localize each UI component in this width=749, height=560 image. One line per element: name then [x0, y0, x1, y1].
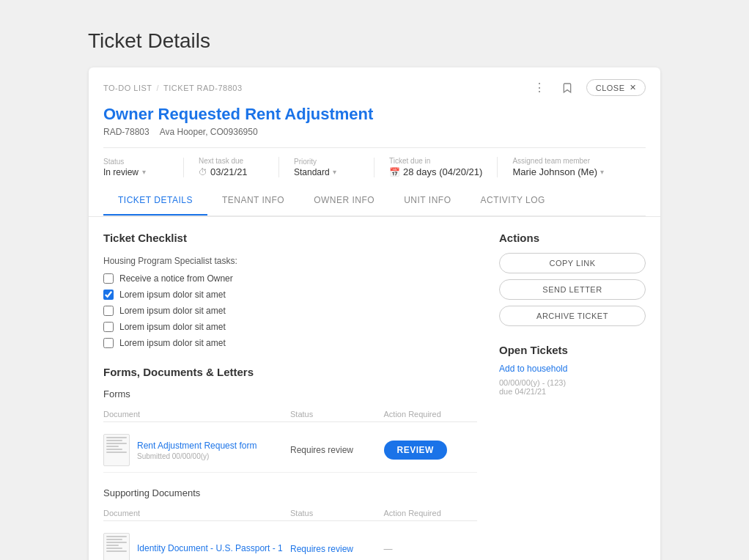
form-status: Requires review — [290, 445, 384, 455]
bookmark-button[interactable] — [558, 79, 576, 97]
more-icon: ⋮ — [534, 81, 545, 95]
breadcrumb-row: TO-DO LIST / TICKET RAD-78803 ⋮ CLOSE ✕ — [103, 78, 646, 97]
checklist-label-2: Lorem ipsum dolor sit amet — [119, 290, 226, 300]
priority-arrow-icon: ▾ — [333, 168, 336, 176]
supporting-docs-section: Supporting Documents Document Status Act… — [103, 487, 477, 560]
supporting-doc-action: — — [384, 544, 478, 554]
ticket-card: TO-DO LIST / TICKET RAD-78803 ⋮ CLOSE ✕ — [89, 67, 660, 560]
card-body: Ticket Checklist Housing Program Special… — [89, 217, 660, 560]
breadcrumb-current: TICKET RAD-78803 — [163, 84, 242, 92]
ticket-id: RAD-78803 — [103, 127, 150, 137]
clock-icon: ⏱ — [199, 167, 207, 177]
main-content: Ticket Checklist Housing Program Special… — [103, 232, 477, 560]
tab-owner-info[interactable]: OWNER INFO — [299, 186, 389, 215]
breadcrumb-separator: / — [157, 84, 160, 92]
tab-activity-log[interactable]: ACTIVITY LOG — [465, 186, 559, 215]
action-buttons: COPY LINK SEND LETTER ARCHIVE TICKET — [499, 253, 646, 326]
supporting-docs-title: Supporting Documents — [103, 487, 477, 498]
forms-subsection-title: Forms — [103, 388, 477, 399]
ticket-title: Owner Requested Rent Adjustment — [103, 105, 646, 124]
actions-section: Actions COPY LINK SEND LETTER ARCHIVE TI… — [499, 232, 646, 326]
more-options-button[interactable]: ⋮ — [531, 78, 548, 97]
close-button[interactable]: CLOSE ✕ — [586, 79, 646, 96]
checklist-checkbox-2[interactable] — [103, 290, 114, 300]
tab-unit-info[interactable]: UNIT INFO — [389, 186, 465, 215]
forms-section: Forms, Documents & Letters Forms Documen… — [103, 366, 477, 560]
archive-ticket-button[interactable]: ARCHIVE TICKET — [499, 306, 646, 326]
ticket-fields: Status In review ▾ Next task due ⏱ 03/21… — [103, 147, 646, 186]
copy-link-button[interactable]: COPY LINK — [499, 253, 646, 273]
form-doc-name[interactable]: Rent Adjustment Request form — [137, 441, 257, 451]
supporting-docs-table-header: Document Status Action required — [103, 506, 477, 521]
checklist-checkbox-4[interactable] — [103, 322, 114, 332]
status-label: Status — [103, 158, 169, 166]
supporting-col-document: Document — [103, 509, 290, 517]
checklist-items: Receive a notice from Owner Lorem ipsum … — [103, 273, 477, 348]
checklist-label-4: Lorem ipsum dolor sit amet — [119, 322, 226, 332]
assignee-value: Marie Johnson (Me) — [512, 166, 597, 177]
forms-col-document: Document — [103, 410, 290, 419]
tab-ticket-details[interactable]: TICKET DETAILS — [103, 186, 207, 215]
forms-section-title: Forms, Documents & Letters — [103, 366, 477, 378]
supporting-col-action: Action required — [384, 509, 478, 517]
ticket-mini-line1: 00/00/00(y) - (123) — [499, 378, 646, 387]
assignee-field: Assigned team member Marie Johnson (Me) … — [512, 157, 619, 177]
assignee-arrow-icon: ▾ — [600, 168, 604, 176]
list-item: Lorem ipsum dolor sit amet — [103, 306, 477, 316]
card-header: TO-DO LIST / TICKET RAD-78803 ⋮ CLOSE ✕ — [89, 67, 660, 217]
next-task-label: Next task due — [199, 157, 264, 165]
supporting-doc-name[interactable]: Identity Document - U.S. Passport - 1 — [137, 543, 283, 553]
close-label: CLOSE — [596, 84, 625, 92]
forms-col-status: Status — [290, 410, 384, 419]
supporting-doc-status[interactable]: Requires review — [290, 544, 384, 554]
checklist-section: Ticket Checklist Housing Program Special… — [103, 232, 477, 348]
open-tickets-title: Open Tickets — [499, 344, 646, 356]
list-item: Lorem ipsum dolor sit amet — [103, 290, 477, 300]
checklist-label-5: Lorem ipsum dolor sit amet — [119, 338, 226, 348]
tabs: TICKET DETAILS TENANT INFO OWNER INFO UN… — [103, 186, 646, 216]
assignee-label: Assigned team member — [512, 157, 604, 165]
status-arrow-icon: ▾ — [142, 168, 146, 176]
checklist-checkbox-5[interactable] — [103, 338, 114, 348]
table-row: Rent Adjustment Request form Submitted 0… — [103, 428, 477, 473]
priority-select[interactable]: Standard — [294, 167, 330, 177]
open-tickets-section: Open Tickets Add to household 00/00/00(y… — [499, 344, 646, 396]
doc-thumbnail — [103, 434, 130, 466]
form-doc-submitted: Submitted 00/00/00(y) — [137, 452, 257, 460]
breadcrumb: TO-DO LIST / TICKET RAD-78803 — [103, 84, 243, 92]
checklist-checkbox-1[interactable] — [103, 273, 114, 284]
breadcrumb-parent: TO-DO LIST — [103, 84, 152, 92]
list-item: Receive a notice from Owner — [103, 273, 477, 284]
sidebar-content: Actions COPY LINK SEND LETTER ARCHIVE TI… — [499, 232, 646, 560]
calendar-icon: 📅 — [389, 167, 400, 177]
checklist-label-3: Lorem ipsum dolor sit amet — [119, 306, 226, 316]
tab-tenant-info[interactable]: TENANT INFO — [207, 186, 299, 215]
checklist-label-1: Receive a notice from Owner — [119, 273, 233, 284]
ticket-meta: RAD-78803 Ava Hooper, CO0936950 — [103, 127, 646, 137]
review-button[interactable]: REVIEW — [384, 441, 447, 460]
forms-table-header: Document Status Action required — [103, 407, 477, 422]
ticket-due-field: Ticket due in 📅 28 days (04/20/21) — [389, 157, 498, 177]
list-item: Lorem ipsum dolor sit amet — [103, 322, 477, 332]
checklist-title: Ticket Checklist — [103, 232, 477, 244]
ticket-mini-line2: due 04/21/21 — [499, 387, 646, 396]
actions-title: Actions — [499, 232, 646, 244]
send-letter-button[interactable]: SEND LETTER — [499, 279, 646, 300]
supporting-col-status: Status — [290, 509, 384, 517]
next-task-value: 03/21/21 — [210, 166, 248, 177]
supporting-doc-cell: Identity Document - U.S. Passport - 1 — [103, 533, 290, 560]
forms-col-action: Action required — [384, 410, 478, 419]
list-item: Lorem ipsum dolor sit amet — [103, 338, 477, 348]
priority-label: Priority — [294, 158, 359, 166]
checklist-checkbox-3[interactable] — [103, 306, 114, 316]
doc-cell: Rent Adjustment Request form Submitted 0… — [103, 434, 290, 466]
table-row: Identity Document - U.S. Passport - 1 Re… — [103, 527, 477, 560]
ticket-due-value: 28 days (04/20/21) — [403, 166, 482, 177]
add-to-household-link[interactable]: Add to household — [499, 364, 646, 374]
supporting-doc-thumbnail — [103, 533, 130, 560]
ticket-due-label: Ticket due in — [389, 157, 482, 165]
bookmark-icon — [561, 82, 573, 94]
form-action-cell: REVIEW — [384, 441, 478, 460]
status-select[interactable]: In review — [103, 167, 139, 177]
ticket-title-area: Owner Requested Rent Adjustment RAD-7880… — [103, 105, 646, 137]
